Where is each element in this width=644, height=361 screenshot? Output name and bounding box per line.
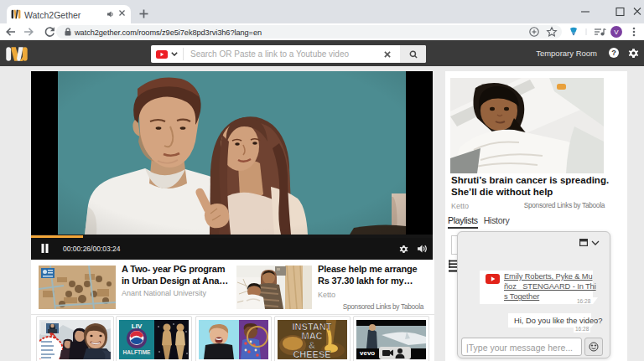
- svg-text:HALFTIME: HALFTIME: [123, 349, 152, 355]
- svg-text:vevo: vevo: [360, 349, 375, 357]
- svg-text:CHEESE: CHEESE: [293, 349, 330, 359]
- svg-text:?: ?: [611, 49, 616, 57]
- svg-text:LIV: LIV: [132, 322, 143, 330]
- svg-text:V: V: [614, 28, 619, 36]
